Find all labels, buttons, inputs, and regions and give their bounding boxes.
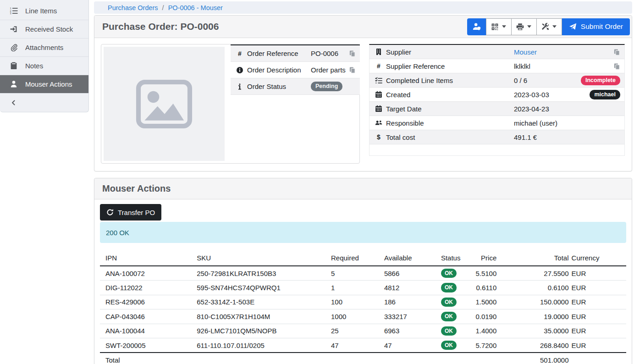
cell-currency: EUR	[572, 295, 626, 309]
detail-value: Pending	[311, 82, 356, 91]
breadcrumb-separator: /	[162, 4, 164, 11]
user-shield-icon	[472, 22, 481, 31]
cell-required: 1000	[331, 309, 384, 324]
sidebar-item-line-items[interactable]: 123Line Items	[0, 2, 88, 20]
cell-price: 0.0190	[471, 309, 499, 324]
sidebar-item-attachments[interactable]: Attachments	[0, 39, 88, 57]
supplier-link[interactable]: Mouser	[514, 48, 613, 56]
cell-currency: EUR	[572, 309, 626, 324]
cell-price: 1.5000	[471, 295, 499, 309]
copy-icon[interactable]	[613, 49, 620, 55]
detail-row-completed-line-items: Completed Line Items0 / 6Incomplete	[369, 73, 624, 88]
col-header-available: Available	[384, 252, 441, 266]
calendar-icon	[375, 91, 382, 98]
cell-ipn: CAP-043046	[100, 309, 197, 324]
svg-text:$: $	[377, 133, 380, 141]
cell-available: 186	[384, 295, 441, 309]
image-icon	[135, 78, 193, 130]
detail-value: PO-0006	[311, 50, 349, 57]
tools-icon	[541, 23, 549, 31]
cell-sku: 611-110.107.011/0205	[197, 338, 331, 353]
detail-extras	[613, 49, 620, 55]
col-header-status: Status	[441, 252, 471, 266]
transfer-po-button[interactable]: Transfer PO	[100, 204, 161, 221]
detail-value: lklklkl	[514, 62, 613, 70]
user-actions-button[interactable]	[467, 18, 486, 35]
footer-currency-spacer	[572, 353, 626, 364]
detail-value: 491.1 €	[514, 133, 620, 141]
svg-text:#: #	[238, 50, 242, 57]
detail-extras: michael	[590, 90, 620, 99]
order-summary-card: #Order ReferencePO-0006Order Description…	[101, 44, 360, 164]
breadcrumb-link-purchase-orders[interactable]: Purchase Orders	[108, 4, 158, 11]
detail-label: Order Reference	[247, 50, 311, 57]
cell-available: 4812	[384, 281, 441, 295]
incomplete-badge: Incomplete	[581, 76, 620, 85]
detail-label: Supplier Reference	[386, 62, 514, 70]
cell-currency: EUR	[572, 338, 626, 353]
clipboard-icon	[10, 62, 18, 70]
copy-icon[interactable]	[613, 63, 620, 70]
cell-sku: 810-C1005X7R1H104M	[197, 309, 331, 324]
cell-currency: EUR	[572, 266, 626, 281]
part-image-placeholder	[104, 47, 225, 161]
options-dropdown-button[interactable]	[536, 18, 562, 35]
table-row: CAP-043046810-C1005X7R1H104M1000333217OK…	[100, 309, 626, 324]
col-header-currency: Currency	[572, 252, 626, 266]
detail-label: Order Description	[247, 66, 311, 74]
detail-label: Completed Line Items	[386, 77, 514, 84]
sidebar-item-label: Received Stock	[25, 25, 73, 33]
footer-spacer	[197, 353, 499, 364]
cell-available: 47	[384, 338, 441, 353]
ok-status-badge: OK	[441, 312, 457, 321]
paperclip-icon	[10, 44, 18, 51]
detail-extras	[349, 50, 356, 57]
chevron-left-icon	[11, 99, 17, 106]
detail-row-target-date: Target Date2023-04-23	[369, 102, 624, 116]
detail-row-order-reference: #Order ReferencePO-0006	[231, 45, 360, 62]
cell-ipn: ANA-100044	[100, 324, 197, 338]
detail-extras	[349, 66, 356, 73]
page-title: Purchase Order: PO-0006	[102, 21, 219, 32]
purchase-order-panel-body: #Order ReferencePO-0006Order Description…	[94, 38, 632, 171]
mouser-actions-panel-header: Mouser Actions	[94, 178, 632, 199]
detail-row-created: Created2023-03-03michael	[369, 88, 624, 102]
mouser-actions-body: Transfer PO 200 OK IPNSKURequiredAvailab…	[94, 199, 632, 364]
status-alert: 200 OK	[100, 222, 626, 243]
sidebar-collapse-button[interactable]	[0, 94, 88, 112]
transfer-po-label: Transfer PO	[118, 209, 155, 216]
cell-status: OK	[441, 338, 471, 353]
detail-label: Created	[386, 91, 514, 99]
cell-available: 333217	[384, 309, 441, 324]
table-row: ANA-100072250-72981KLRATR150B355866OK5.5…	[100, 266, 626, 281]
sidebar-item-notes[interactable]: Notes	[0, 57, 88, 75]
detail-label: Order Status	[247, 83, 311, 90]
hash-icon: #	[236, 50, 243, 57]
purchase-order-panel: Purchase Order: PO-0006	[94, 15, 632, 171]
sidebar-item-received-stock[interactable]: Received Stock	[0, 20, 88, 39]
copy-icon[interactable]	[349, 50, 356, 57]
submit-order-button[interactable]: Submit Order	[562, 18, 630, 35]
supplier-details-table: SupplierMouser#Supplier Referencelklklkl…	[369, 44, 625, 156]
copy-icon[interactable]	[349, 66, 356, 73]
cell-total: 0.6100	[499, 281, 571, 295]
detail-label: Total cost	[386, 133, 514, 141]
order-actions-group: Submit Order	[467, 18, 630, 35]
table-row: RES-429006652-3314Z-1-503E100186OK1.5000…	[100, 295, 626, 309]
detail-label: Supplier	[386, 48, 514, 56]
detail-label: Responsible	[386, 119, 514, 127]
table-header-row: IPNSKURequiredAvailableStatusPriceTotalC…	[100, 252, 626, 266]
footer-total-label: Total	[100, 353, 197, 364]
detail-value: michael (user)	[514, 119, 620, 127]
calendar-icon	[375, 105, 382, 112]
sidebar-item-mouser-actions[interactable]: Mouser Actions	[0, 75, 88, 94]
cell-required: 100	[331, 295, 384, 309]
print-dropdown-button[interactable]	[511, 18, 537, 35]
sidebar-item-label: Attachments	[25, 44, 63, 51]
barcode-dropdown-button[interactable]	[486, 18, 512, 35]
cell-price: 0.6110	[471, 281, 499, 295]
table-row: SWT-200005611-110.107.011/02054747OK5.72…	[100, 338, 626, 353]
table-row: DIG-112022595-SN74HCS74QPWRQ114812OK0.61…	[100, 281, 626, 295]
breadcrumb-link-current-order[interactable]: PO-0006 - Mouser	[168, 4, 223, 11]
col-header-required: Required	[331, 252, 384, 266]
